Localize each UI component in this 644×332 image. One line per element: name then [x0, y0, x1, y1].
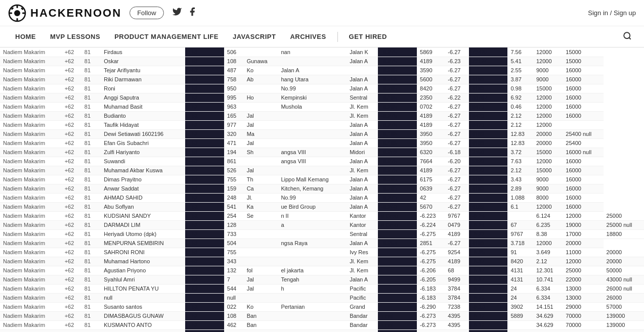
table-cell: -6.183 [417, 284, 445, 293]
table-cell: Jalan A [347, 84, 378, 93]
table-cell: 6.92 [507, 93, 533, 102]
table-cell [563, 120, 603, 129]
table-cell: Susanto santos [101, 302, 185, 311]
table-row: Nadiem Makarim+6281nullnullPacific-6.183… [0, 293, 644, 302]
table-cell: +62 [62, 329, 81, 332]
table-cell: Nadiem Makarim [0, 57, 62, 66]
table-cell: Nadiem Makarim [0, 84, 62, 93]
table-cell: 81 [81, 284, 101, 293]
table-cell [278, 138, 347, 148]
table-row: Nadiem Makarim+6281Abu Soflyan+62541Kaue… [0, 202, 644, 211]
search-icon[interactable] [619, 31, 636, 42]
table-cell: Efan Gis Subachri [101, 138, 185, 148]
table-cell: 13000 [563, 293, 603, 302]
table-cell: 2.12 [507, 166, 533, 175]
table-cell: -6.263 [378, 184, 417, 193]
sign-in-link[interactable]: Sign in / Sign up [588, 9, 636, 17]
table-cell [244, 102, 278, 111]
table-cell: Zulfi Hariyanto [101, 148, 185, 157]
table-cell: Grand [347, 302, 378, 311]
table-cell: 4395 [445, 320, 468, 329]
table-cell: Nadiem Makarim [0, 138, 62, 148]
table-cell: Kantor [347, 220, 378, 229]
follow-button[interactable]: Follow [130, 7, 164, 19]
data-table-container[interactable]: Nadiem Makarim+6281Firdaus+62506nanJalan… [0, 48, 644, 332]
table-cell: Tejar Arifiyantu [101, 66, 185, 75]
table-cell: Jalan A [347, 120, 378, 129]
table-cell: 16000 [563, 102, 603, 111]
table-cell [278, 111, 347, 120]
table-cell: 6.1 [507, 202, 533, 211]
nav-mvp-lessons[interactable]: MVP LESSONS [43, 26, 107, 48]
table-cell: Jl. Kem [347, 266, 378, 275]
table-cell: Jalan A [347, 202, 378, 211]
table-cell: AHMAD SAHID [101, 193, 185, 202]
table-cell [278, 329, 347, 332]
table-cell: 5670 [417, 202, 445, 211]
table-cell: 57000 [604, 302, 644, 311]
table-cell: 541 [224, 202, 244, 211]
table-cell: 81 [81, 311, 101, 320]
table-cell: 6175 [417, 175, 445, 184]
table-cell: 4189 [417, 166, 445, 175]
table-cell [278, 248, 347, 257]
table-cell: 12000 [533, 202, 563, 211]
table-cell: +62 [185, 48, 224, 57]
nav-archives[interactable]: ARCHIVES [283, 26, 333, 48]
table-cell: 16000 [563, 166, 603, 175]
table-cell: Heriyadi Utomo (dpk) [101, 229, 185, 239]
table-cell: -6.265 [378, 66, 417, 75]
table-cell: -6.254 [378, 239, 417, 248]
table-cell: ional [378, 329, 417, 332]
table-cell: +62 [62, 93, 81, 102]
nav-get-hired[interactable]: GET HIRED [342, 26, 394, 48]
table-cell: Lippo Mall Kemang [278, 175, 347, 184]
table-cell: 26000 [604, 293, 644, 302]
nav-home[interactable]: HOME [8, 26, 43, 48]
table-cell: 6.235 [533, 220, 563, 229]
table-cell: -6.223 [417, 211, 445, 220]
table-cell: Ko [244, 66, 278, 75]
table-cell: Jl. Kem [347, 111, 378, 120]
table-cell: +62 [185, 148, 224, 157]
table-cell: 3.72 [507, 148, 533, 157]
table-cell: 12.83 [507, 138, 533, 148]
nav-product-management[interactable]: PRODUCT MANAGEMENT LIFE [107, 26, 226, 48]
table-cell: 108 [224, 311, 244, 320]
table-cell: 81 [81, 175, 101, 184]
table-cell: -6.240 [378, 202, 417, 211]
table-cell: 12000 [533, 57, 563, 66]
table-cell: Ko [244, 302, 278, 311]
table-cell: 995 [224, 93, 244, 102]
table-cell: 81 [81, 202, 101, 211]
table-cell: 3950 [417, 129, 445, 138]
twitter-icon[interactable] [172, 7, 182, 19]
table-cell: 81 [81, 220, 101, 229]
table-cell: Jalan A [347, 75, 378, 84]
table-cell: Ca [244, 184, 278, 193]
logo-area[interactable]: HACKERNOON [8, 4, 121, 22]
table-cell: Nadiem Makarim [0, 184, 62, 193]
table-cell: Muhamad Hartono [101, 257, 185, 266]
table-cell: +62 [185, 329, 224, 332]
table-cell: 68 [445, 266, 468, 275]
table-cell: Jalan A [347, 275, 378, 284]
table-cell: +62 [62, 193, 81, 202]
table-cell: Nadiem Makarim [0, 302, 62, 311]
table-cell: Jl. Kem [347, 257, 378, 266]
table-cell: 81 [81, 148, 101, 157]
table-cell: 12.83 [507, 129, 533, 138]
table-cell: null [101, 293, 185, 302]
table-cell: Nadiem Makarim [0, 266, 62, 275]
table-cell: Midori [347, 148, 378, 157]
table-cell: 12000 [563, 211, 603, 220]
table-cell: 4189 [469, 129, 508, 138]
table-cell: 81 [81, 257, 101, 266]
table-cell: DARMADI LIM [101, 220, 185, 229]
table-cell: Jal [244, 138, 278, 148]
facebook-icon[interactable] [187, 7, 197, 19]
table-cell: -6.27 [445, 175, 468, 184]
table-cell: 9000 [533, 175, 563, 184]
nav-javascript[interactable]: JAVASCRIPT [226, 26, 283, 48]
table-cell: 4189 [469, 84, 508, 93]
